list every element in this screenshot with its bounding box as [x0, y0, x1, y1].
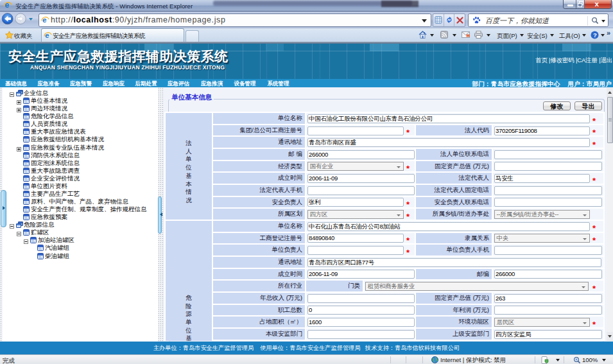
svg-text:?: ? — [593, 31, 597, 39]
